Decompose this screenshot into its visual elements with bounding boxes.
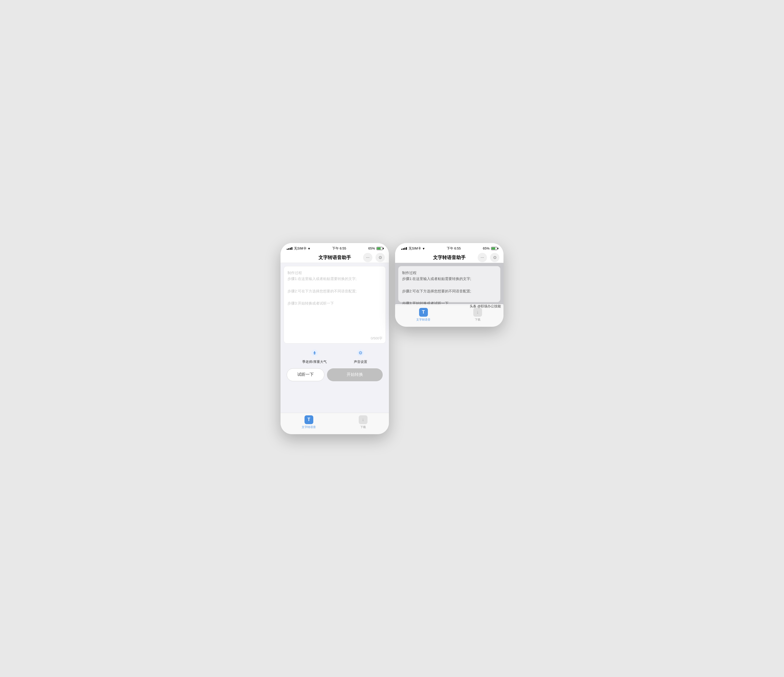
voice-controls: 季老师/厚重大气 声音设置: [284, 343, 386, 368]
right-phone: 无SIM卡 ▾ 下午 6:55 65% 文字转语音助手 ··· ⊙: [395, 243, 504, 327]
placeholder-text: 制作过程 步骤1:在这里输入或者粘贴需要转换的文字; 步骤2:可在下方选择您想要…: [288, 270, 382, 307]
left-phone: 无SIM卡 ▾ 下午 6:55 65% 文字转语音助手 ··· ⊙: [280, 243, 389, 434]
wifi-icon: ▾: [308, 246, 310, 251]
nav-actions-right: ··· ⊙: [478, 253, 499, 262]
more-button-left[interactable]: ···: [363, 253, 372, 262]
tab-tts-left[interactable]: T 文字转语音: [302, 415, 316, 429]
signal-icon-right: [401, 247, 407, 250]
tts-tab-label-right: 文字转语音: [416, 318, 431, 321]
action-buttons: 试听一下 开始转换: [284, 368, 386, 384]
wifi-icon-right: ▾: [423, 246, 425, 251]
download-tab-icon-right: ↓: [473, 307, 482, 317]
tab-download-right[interactable]: ↓ 下载: [473, 307, 482, 321]
content-area-left: 制作过程 步骤1:在这里输入或者粘贴需要转换的文字; 步骤2:可在下方选择您想要…: [280, 263, 389, 413]
carrier-text: 无SIM卡: [294, 246, 306, 251]
nav-title-left: 文字转语音助手: [319, 254, 351, 261]
status-left: 无SIM卡 ▾: [287, 246, 310, 251]
nav-actions-left: ··· ⊙: [363, 253, 385, 262]
battery-percent-right: 65%: [483, 246, 490, 250]
speaker-label: 季老师/厚重大气: [302, 360, 327, 364]
tab-download-left[interactable]: ↓ 下载: [358, 415, 368, 429]
settings-button[interactable]: 声音设置: [354, 348, 367, 364]
record-button-left[interactable]: ⊙: [375, 253, 385, 262]
carrier-text-right: 无SIM卡: [409, 246, 421, 251]
more-button-right[interactable]: ···: [478, 253, 487, 262]
signal-icon: [287, 247, 292, 250]
watermark: 头条 @职场办公技能: [470, 304, 501, 309]
svg-point-3: [357, 349, 364, 356]
tts-tab-icon: T: [304, 415, 314, 424]
tts-tab-icon-right: T: [419, 307, 428, 317]
status-right: 65%: [368, 246, 383, 250]
microphone-icon: [310, 348, 320, 358]
blurred-background: 制作过程 步骤1:在这里输入或者粘贴需要转换的文字; 步骤2:可在下方选择您想要…: [395, 263, 504, 305]
battery-icon-right: [491, 247, 497, 250]
battery-percent: 65%: [368, 246, 375, 250]
nav-bar-right: 文字转语音助手 ··· ⊙: [395, 252, 504, 263]
status-bar-left: 无SIM卡 ▾ 下午 6:55 65%: [280, 243, 389, 252]
download-tab-icon: ↓: [358, 415, 368, 424]
time-display-right: 下午 6:55: [447, 246, 461, 251]
time-display: 下午 6:55: [332, 246, 346, 251]
content-wrapper-right: 制作过程 步骤1:在这里输入或者粘贴需要转换的文字; 步骤2:可在下方选择您想要…: [395, 263, 504, 305]
speaker-button[interactable]: 季老师/厚重大气: [302, 348, 327, 364]
status-right-right: 65%: [483, 246, 497, 250]
tab-tts-right[interactable]: T 文字转语音: [416, 307, 431, 321]
battery-icon: [376, 247, 383, 250]
record-button-right[interactable]: ⊙: [490, 253, 499, 262]
status-bar-right: 无SIM卡 ▾ 下午 6:55 65%: [395, 243, 504, 252]
convert-button[interactable]: 开始转换: [327, 368, 383, 381]
settings-label: 声音设置: [354, 360, 367, 364]
blurred-text-area: 制作过程 步骤1:在这里输入或者粘贴需要转换的文字; 步骤2:可在下方选择您想要…: [398, 266, 500, 302]
tab-bar-left: T 文字转语音 ↓ 下载: [280, 413, 389, 434]
char-count: 0/500字: [370, 336, 383, 341]
preview-button[interactable]: 试听一下: [287, 368, 324, 381]
text-input-area[interactable]: 制作过程 步骤1:在这里输入或者粘贴需要转换的文字; 步骤2:可在下方选择您想要…: [284, 266, 386, 343]
tts-tab-label: 文字转语音: [302, 425, 316, 429]
nav-title-right: 文字转语音助手: [433, 254, 465, 261]
download-tab-label-right: 下载: [475, 318, 481, 321]
status-left-right: 无SIM卡 ▾: [401, 246, 425, 251]
nav-bar-left: 文字转语音助手 ··· ⊙: [280, 252, 389, 263]
download-tab-label: 下载: [360, 425, 366, 429]
gear-icon: [355, 348, 366, 358]
